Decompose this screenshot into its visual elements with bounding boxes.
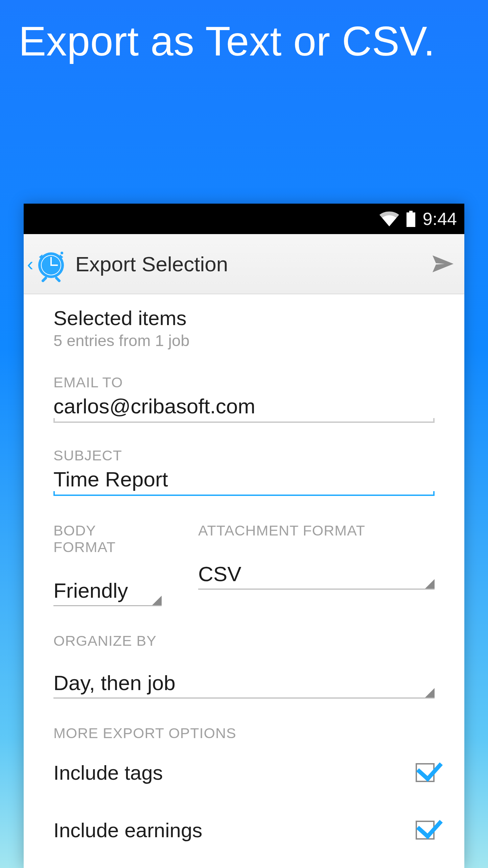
organize-by-spinner[interactable]: Day, then job xyxy=(53,649,435,699)
wifi-icon xyxy=(379,211,399,226)
email-to-input[interactable] xyxy=(53,392,435,423)
svg-rect-1 xyxy=(406,212,415,227)
back-button[interactable]: ‹ xyxy=(27,246,69,282)
include-tags-checkbox[interactable] xyxy=(416,763,435,782)
include-earnings-checkbox[interactable] xyxy=(416,821,435,840)
organize-by-group: ORGANIZE BY xyxy=(33,633,455,649)
svg-point-7 xyxy=(61,252,63,254)
body-format-value: Friendly xyxy=(53,579,128,602)
selected-items-subtitle: 5 entries from 1 job xyxy=(53,331,435,350)
subject-field: SUBJECT xyxy=(33,447,455,496)
more-options-label: MORE EXPORT OPTIONS xyxy=(53,725,435,741)
selected-items-section: Selected items 5 entries from 1 job xyxy=(33,306,455,350)
attachment-format-spinner[interactable]: CSV xyxy=(198,539,435,590)
status-bar: 9:44 xyxy=(24,204,464,234)
send-button[interactable] xyxy=(431,252,455,276)
app-clock-icon xyxy=(33,246,69,282)
selected-items-heading: Selected items xyxy=(53,306,435,330)
organize-by-label: ORGANIZE BY xyxy=(53,633,435,649)
email-to-field: EMAIL TO xyxy=(33,374,455,423)
attachment-format-label: ATTACHMENT FORMAT xyxy=(198,522,435,539)
device-frame: 9:44 ‹ Export Selection xyxy=(24,204,464,868)
body-format-spinner[interactable]: Friendly xyxy=(53,555,162,606)
actionbar-title: Export Selection xyxy=(75,252,228,276)
subject-input[interactable] xyxy=(53,465,435,496)
include-tags-row[interactable]: Include tags xyxy=(33,756,455,790)
dropdown-icon xyxy=(425,688,435,698)
status-time: 9:44 xyxy=(423,209,457,229)
include-earnings-label: Include earnings xyxy=(53,819,202,842)
dropdown-icon xyxy=(425,579,435,589)
more-options-group: MORE EXPORT OPTIONS xyxy=(33,725,455,741)
content-scroll[interactable]: Selected items 5 entries from 1 job EMAI… xyxy=(24,294,464,868)
subject-label: SUBJECT xyxy=(53,447,435,464)
attachment-format-value: CSV xyxy=(198,562,241,586)
format-row: BODY FORMAT Friendly ATTACHMENT FORMAT C… xyxy=(33,522,455,606)
body-format-label: BODY FORMAT xyxy=(53,522,162,555)
dropdown-icon xyxy=(152,596,162,605)
email-to-label: EMAIL TO xyxy=(53,374,435,391)
battery-icon xyxy=(406,211,416,227)
action-bar: ‹ Export Selection xyxy=(24,234,464,294)
include-earnings-row[interactable]: Include earnings xyxy=(33,813,455,847)
organize-by-value: Day, then job xyxy=(53,671,176,694)
svg-rect-6 xyxy=(51,265,58,266)
svg-rect-0 xyxy=(409,211,413,212)
promo-title: Export as Text or CSV. xyxy=(0,0,488,64)
include-tags-label: Include tags xyxy=(53,761,163,784)
